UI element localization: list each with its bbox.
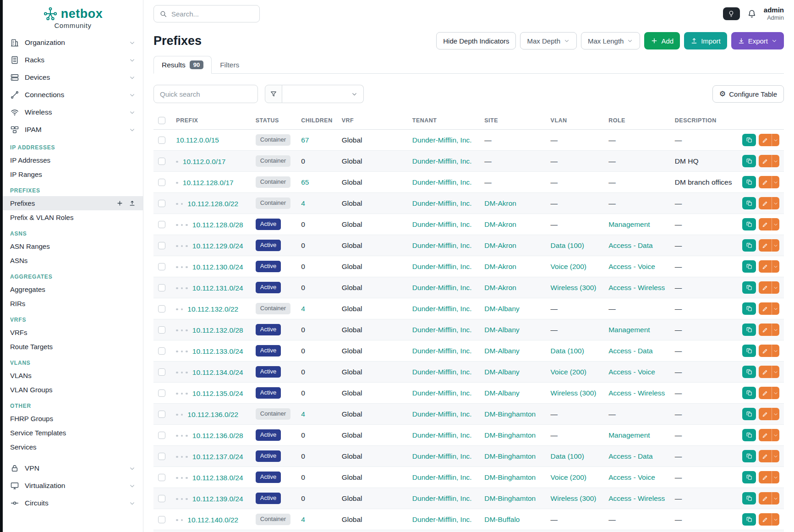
edit-dropdown-toggle[interactable] [772, 134, 779, 146]
tenant-link[interactable]: Dunder-Mifflin, Inc. [412, 347, 472, 355]
site-link[interactable]: DM-Binghamton [484, 452, 536, 460]
edit-dropdown-toggle[interactable] [772, 218, 779, 230]
sidebar-item-ipam[interactable]: IPAM [3, 121, 143, 138]
sidebar-item-virtualization[interactable]: Virtualization [3, 477, 143, 494]
edit-button[interactable] [759, 302, 779, 315]
row-checkbox[interactable] [158, 326, 165, 334]
site-link[interactable]: DM-Akron [484, 220, 516, 228]
prefix-link[interactable]: 10.112.130.0/24 [192, 263, 243, 271]
edit-button[interactable] [759, 513, 779, 526]
prefix-link[interactable]: 10.112.135.0/24 [192, 389, 243, 398]
sidebar-item-ip-ranges[interactable]: IP Ranges [3, 167, 143, 181]
vlan-link[interactable]: Data (100) [551, 347, 584, 355]
site-link[interactable]: DM-Albany [484, 368, 520, 376]
site-link[interactable]: DM-Akron [484, 284, 516, 291]
select-all-checkbox[interactable] [158, 117, 165, 124]
role-link[interactable]: Access - Voice [608, 473, 655, 481]
sidebar-item-prefixes[interactable]: Prefixes [3, 196, 143, 210]
vlan-link[interactable]: Voice (200) [551, 263, 586, 270]
role-link[interactable]: Access - Voice [608, 263, 655, 270]
sidebar-item-racks[interactable]: Racks [3, 51, 143, 69]
site-link[interactable]: DM-Binghamton [484, 494, 536, 502]
role-link[interactable]: Access - Data [608, 241, 652, 249]
vlan-link[interactable]: Wireless (300) [551, 284, 597, 291]
role-link[interactable]: Access - Data [608, 452, 652, 460]
copy-button[interactable] [742, 239, 756, 252]
copy-button[interactable] [742, 387, 756, 399]
sidebar-item-route-targets[interactable]: Route Targets [3, 340, 143, 354]
vlan-link[interactable]: Voice (200) [551, 368, 586, 376]
tenant-link[interactable]: Dunder-Mifflin, Inc. [412, 284, 472, 291]
copy-button[interactable] [742, 176, 756, 188]
site-link[interactable]: DM-Binghamton [484, 431, 536, 439]
edit-button[interactable] [759, 218, 779, 230]
copy-button[interactable] [742, 134, 756, 146]
tenant-link[interactable]: Dunder-Mifflin, Inc. [412, 452, 472, 460]
edit-button[interactable] [759, 450, 779, 462]
prefix-link[interactable]: 10.112.129.0/24 [192, 242, 243, 250]
configure-table-button[interactable]: ⚙ Configure Table [712, 85, 784, 103]
row-checkbox[interactable] [158, 137, 165, 144]
row-checkbox[interactable] [158, 221, 165, 228]
tenant-link[interactable]: Dunder-Mifflin, Inc. [412, 473, 472, 481]
row-checkbox[interactable] [158, 284, 165, 291]
site-link[interactable]: DM-Buffalo [484, 516, 520, 523]
sidebar-item-asn-ranges[interactable]: ASN Ranges [3, 239, 143, 253]
filter-select[interactable] [282, 85, 364, 103]
vlan-link[interactable]: Voice (200) [551, 473, 586, 481]
prefix-link[interactable]: 10.112.133.0/24 [192, 347, 243, 356]
site-link[interactable]: DM-Akron [484, 263, 516, 270]
edit-button[interactable] [759, 281, 779, 294]
sidebar-item-devices[interactable]: Devices [3, 69, 143, 86]
hide-depth-indicators-button[interactable]: Hide Depth Indicators [436, 32, 516, 49]
sidebar-item-vlan-groups[interactable]: VLAN Groups [3, 383, 143, 397]
edit-dropdown-toggle[interactable] [772, 492, 779, 505]
prefix-link[interactable]: 10.112.137.0/24 [192, 453, 243, 461]
sidebar-item-prefix-vlan-roles[interactable]: Prefix & VLAN Roles [3, 210, 143, 225]
role-link[interactable]: Management [608, 220, 650, 228]
prefix-link[interactable]: 10.112.0.0/15 [176, 136, 219, 144]
site-link[interactable]: DM-Akron [484, 241, 516, 249]
edit-dropdown-toggle[interactable] [772, 324, 779, 336]
vlan-link[interactable]: Wireless (300) [551, 494, 597, 502]
sidebar-item-asns[interactable]: ASNs [3, 253, 143, 268]
row-checkbox[interactable] [158, 516, 165, 523]
copy-button[interactable] [742, 471, 756, 483]
add-button[interactable]: Add [644, 32, 680, 49]
tenant-link[interactable]: Dunder-Mifflin, Inc. [412, 199, 472, 207]
prefix-link[interactable]: 10.112.0.0/17 [183, 158, 226, 166]
children-link[interactable]: 4 [301, 305, 305, 313]
row-checkbox[interactable] [158, 347, 165, 355]
row-checkbox[interactable] [158, 179, 165, 186]
edit-button[interactable] [759, 345, 779, 357]
tenant-link[interactable]: Dunder-Mifflin, Inc. [412, 368, 472, 376]
column-header-status[interactable]: STATUS [251, 112, 296, 130]
site-link[interactable]: DM-Binghamton [484, 410, 536, 418]
edit-button[interactable] [759, 239, 779, 252]
vlan-link[interactable]: Data (100) [551, 241, 584, 249]
column-header-tenant[interactable]: TENANT [408, 112, 480, 130]
row-checkbox[interactable] [158, 242, 165, 249]
tenant-link[interactable]: Dunder-Mifflin, Inc. [412, 326, 472, 334]
edit-dropdown-toggle[interactable] [772, 302, 779, 315]
prefix-link[interactable]: 10.112.134.0/24 [192, 368, 243, 377]
row-checkbox[interactable] [158, 158, 165, 165]
tenant-link[interactable]: Dunder-Mifflin, Inc. [412, 263, 472, 270]
edit-button[interactable] [759, 324, 779, 336]
filter-button[interactable] [265, 85, 282, 103]
sidebar-item-services[interactable]: Services [3, 440, 143, 454]
edit-dropdown-toggle[interactable] [772, 239, 779, 252]
sidebar-item-service-templates[interactable]: Service Templates [3, 426, 143, 440]
role-link[interactable]: Access - Wireless [608, 494, 665, 502]
quick-search-input[interactable] [153, 85, 258, 103]
edit-dropdown-toggle[interactable] [772, 429, 779, 441]
sidebar-item-ip-addresses[interactable]: IP Addresses [3, 153, 143, 167]
copy-button[interactable] [742, 281, 756, 294]
prefix-link[interactable]: 10.112.136.0/22 [187, 411, 238, 419]
copy-button[interactable] [742, 324, 756, 336]
vlan-link[interactable]: Wireless (300) [551, 389, 597, 397]
edit-button[interactable] [759, 197, 779, 209]
edit-dropdown-toggle[interactable] [772, 366, 779, 378]
edit-button[interactable] [759, 387, 779, 399]
sidebar-item-aggregates[interactable]: Aggregates [3, 282, 143, 296]
